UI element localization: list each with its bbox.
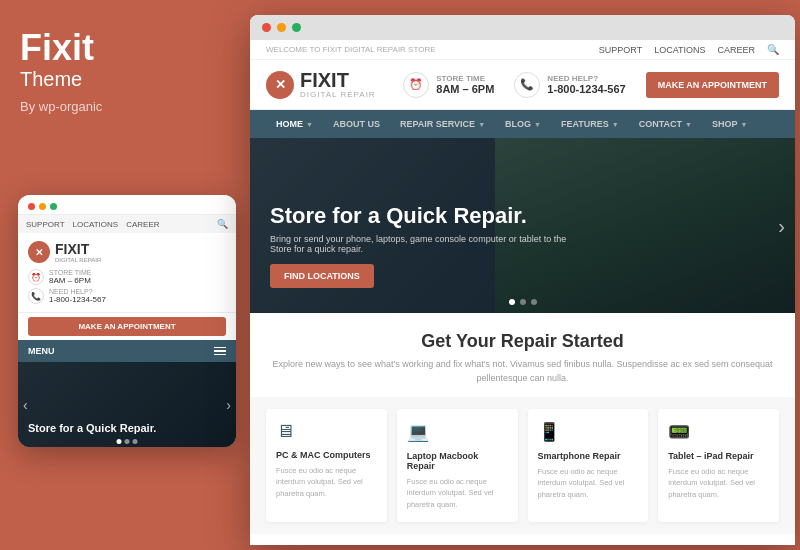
site-store-time-item: ⏰ STORE TIME 8AM – 6PM bbox=[403, 72, 494, 98]
hero-dot-3[interactable] bbox=[531, 299, 537, 305]
site-phone-number: 1-800-1234-567 bbox=[547, 83, 625, 95]
site-nav-features[interactable]: FEATURES ▼ bbox=[551, 110, 629, 138]
service-card-tablet: 📟 Tablet – iPad Repair Fusce eu odio ac … bbox=[658, 409, 779, 522]
chevron-down-icon: ▼ bbox=[306, 121, 313, 128]
site-find-locations-button[interactable]: FIND LOCATIONS bbox=[270, 264, 374, 288]
site-nav-shop[interactable]: SHOP ▼ bbox=[702, 110, 757, 138]
service-card-laptop: 💻 Laptop Macbook Repair Fusce eu odio ac… bbox=[397, 409, 518, 522]
site-nav-locations-top[interactable]: LOCATIONS bbox=[654, 45, 705, 55]
site-nav-support-top[interactable]: SUPPORT bbox=[599, 45, 642, 55]
get-repair-desc: Explore new ways to see what's working a… bbox=[266, 358, 779, 385]
site-nav-career-top[interactable]: CAREER bbox=[717, 45, 755, 55]
mobile-phone-number: 1-800-1234-567 bbox=[49, 295, 106, 304]
site-welcome-text: WELCOME TO FIXIT DIGITAL REPAIR STORE bbox=[266, 45, 436, 54]
mobile-store-time-value: 8AM – 6PM bbox=[49, 276, 92, 285]
mobile-logo-text: FIXIT bbox=[55, 241, 101, 257]
browser-top-bar bbox=[250, 15, 795, 40]
mobile-window-dots bbox=[28, 203, 57, 210]
site-need-help-label: NEED HELP? bbox=[547, 74, 625, 83]
mobile-logo-row: ✕ FIXIT DIGITAL REPAIR bbox=[28, 241, 226, 263]
site-phone-texts: NEED HELP? 1-800-1234-567 bbox=[547, 74, 625, 95]
mobile-menu-bar: MENU bbox=[18, 340, 236, 362]
mobile-nav-career[interactable]: CAREER bbox=[126, 220, 159, 229]
service-card-laptop-desc: Fusce eu odio ac neque interdum volutpat… bbox=[407, 476, 508, 510]
site-phone-icon: 📞 bbox=[514, 72, 540, 98]
mobile-dot-yellow bbox=[39, 203, 46, 210]
site-hero-subtitle: Bring or send your phone, laptops, game … bbox=[270, 234, 590, 254]
slide-dot-3[interactable] bbox=[133, 439, 138, 444]
browser-dot-yellow bbox=[277, 23, 286, 32]
mobile-mockup: SUPPORT LOCATIONS CAREER 🔍 ✕ FIXIT DIGIT… bbox=[18, 195, 236, 447]
hamburger-icon[interactable] bbox=[214, 347, 226, 356]
mobile-hero: ‹ › Store for a Quick Repair. bbox=[18, 362, 236, 447]
site-nav-about[interactable]: ABOUT US bbox=[323, 110, 390, 138]
site-hero-content: Store for a Quick Repair. Bring or send … bbox=[270, 203, 590, 288]
mobile-hero-arrows: ‹ › bbox=[23, 397, 231, 413]
left-panel: Fixit Theme By wp-organic SUPPORT LOCATI… bbox=[0, 0, 248, 550]
site-nav-blog[interactable]: BLOG ▼ bbox=[495, 110, 551, 138]
pc-icon: 🖥 bbox=[276, 421, 377, 442]
mobile-appt-button[interactable]: MAKE AN APPOINTMENT bbox=[28, 317, 226, 336]
service-card-tablet-title: Tablet – iPad Repair bbox=[668, 451, 769, 461]
site-logo: ✕ FIXIT DIGITAL REPAIR bbox=[266, 70, 376, 99]
mobile-logo-sub: DIGITAL REPAIR bbox=[55, 257, 101, 263]
site-nav-repair[interactable]: REPAIR SERVICE ▼ bbox=[390, 110, 495, 138]
slide-dot-2[interactable] bbox=[125, 439, 130, 444]
site-search-icon[interactable]: 🔍 bbox=[767, 44, 779, 55]
site-store-time-value: 8AM – 6PM bbox=[436, 83, 494, 95]
site-top-right: SUPPORT LOCATIONS CAREER 🔍 bbox=[599, 44, 779, 55]
service-card-tablet-desc: Fusce eu odio ac neque interdum volutpat… bbox=[668, 466, 769, 500]
mobile-dot-green bbox=[50, 203, 57, 210]
site-header: ✕ FIXIT DIGITAL REPAIR ⏰ STORE TIME 8AM … bbox=[250, 60, 795, 110]
mobile-nav-support[interactable]: SUPPORT bbox=[26, 220, 65, 229]
chevron-down-icon-6: ▼ bbox=[741, 121, 748, 128]
service-card-laptop-title: Laptop Macbook Repair bbox=[407, 451, 508, 471]
next-slide-icon[interactable]: › bbox=[226, 397, 231, 413]
mobile-store-time-item: ⏰ STORE TIME 8AM – 6PM bbox=[28, 269, 226, 285]
hero-dot-1[interactable] bbox=[509, 299, 515, 305]
site-header-info: ⏰ STORE TIME 8AM – 6PM 📞 NEED HELP? 1-80… bbox=[403, 72, 779, 98]
mobile-logo-texts: FIXIT DIGITAL REPAIR bbox=[55, 241, 101, 263]
site-logo-sub: DIGITAL REPAIR bbox=[300, 90, 376, 99]
mobile-header: ✕ FIXIT DIGITAL REPAIR ⏰ STORE TIME 8AM … bbox=[18, 233, 236, 313]
site-hero-dots bbox=[509, 299, 537, 305]
slide-dot-1[interactable] bbox=[117, 439, 122, 444]
mobile-hero-content: Store for a Quick Repair. bbox=[28, 422, 226, 435]
mobile-dot-red bbox=[28, 203, 35, 210]
laptop-icon: 💻 bbox=[407, 421, 508, 443]
mobile-phone-item: 📞 NEED HELP? 1-800-1234-567 bbox=[28, 288, 226, 304]
site-nav-home[interactable]: HOME ▼ bbox=[266, 110, 323, 138]
search-icon[interactable]: 🔍 bbox=[217, 219, 228, 229]
site-clock-icon: ⏰ bbox=[403, 72, 429, 98]
site-hero-title: Store for a Quick Repair. bbox=[270, 203, 550, 229]
brand-title: Fixit bbox=[20, 30, 228, 66]
service-cards: 🖥 PC & MAC Computers Fusce eu odio ac ne… bbox=[250, 397, 795, 534]
next-hero-slide-icon[interactable]: › bbox=[778, 214, 785, 237]
brand-subtitle: Theme bbox=[20, 68, 228, 91]
prev-slide-icon[interactable]: ‹ bbox=[23, 397, 28, 413]
service-card-pc: 🖥 PC & MAC Computers Fusce eu odio ac ne… bbox=[266, 409, 387, 522]
mobile-nav-locations[interactable]: LOCATIONS bbox=[73, 220, 119, 229]
site-hero: Store for a Quick Repair. Bring or send … bbox=[250, 138, 795, 313]
site-nav: HOME ▼ ABOUT US REPAIR SERVICE ▼ BLOG ▼ … bbox=[250, 110, 795, 138]
site-logo-icon: ✕ bbox=[266, 71, 294, 99]
clock-icon: ⏰ bbox=[28, 269, 44, 285]
service-card-smartphone-desc: Fusce eu odio ac neque interdum volutpat… bbox=[538, 466, 639, 500]
browser-dot-green bbox=[292, 23, 301, 32]
site-nav-contact[interactable]: CONTACT ▼ bbox=[629, 110, 702, 138]
service-card-pc-title: PC & MAC Computers bbox=[276, 450, 377, 460]
mobile-need-help-label: NEED HELP? bbox=[49, 288, 106, 295]
mobile-store-time-label: STORE TIME bbox=[49, 269, 92, 276]
site-phone-item: 📞 NEED HELP? 1-800-1234-567 bbox=[514, 72, 625, 98]
service-card-smartphone-title: Smartphone Repair bbox=[538, 451, 639, 461]
mobile-hero-title: Store for a Quick Repair. bbox=[28, 422, 226, 435]
mobile-menu-label: MENU bbox=[28, 346, 55, 356]
browser-window: WELCOME TO FIXIT DIGITAL REPAIR STORE SU… bbox=[250, 15, 795, 545]
site-logo-texts: FIXIT DIGITAL REPAIR bbox=[300, 70, 376, 99]
service-card-pc-desc: Fusce eu odio ac neque interdum volutpat… bbox=[276, 465, 377, 499]
chevron-down-icon-5: ▼ bbox=[685, 121, 692, 128]
site-appt-button[interactable]: MAKE AN APPOINTMENT bbox=[646, 72, 779, 98]
get-repair-title: Get Your Repair Started bbox=[266, 331, 779, 352]
mobile-slide-dots bbox=[117, 439, 138, 444]
hero-dot-2[interactable] bbox=[520, 299, 526, 305]
